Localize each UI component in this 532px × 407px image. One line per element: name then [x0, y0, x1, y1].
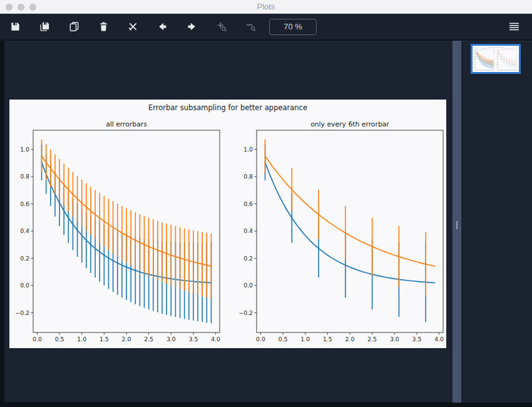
svg-text:2.5: 2.5 [144, 336, 153, 343]
zoom-out-button[interactable] [240, 16, 261, 38]
save-icon [10, 21, 21, 32]
previous-plot-button[interactable] [151, 16, 173, 38]
svg-text:−0.2: −0.2 [238, 309, 253, 316]
svg-text:0.0: 0.0 [243, 282, 253, 289]
arrow-right-icon [187, 21, 197, 32]
traffic-lights [6, 0, 36, 14]
close-button[interactable] [6, 4, 13, 11]
plot-thumbnail-selected[interactable]: Errorbar subsampling for better appearan… [471, 44, 521, 74]
svg-text:3.5: 3.5 [189, 336, 198, 343]
svg-text:1.5: 1.5 [323, 336, 332, 343]
save-all-icon [39, 21, 50, 32]
arrow-left-icon [157, 21, 168, 32]
svg-text:1.0: 1.0 [77, 336, 86, 343]
svg-text:only every 6th errorbar: only every 6th errorbar [310, 120, 389, 128]
save-plot-button[interactable] [4, 16, 26, 38]
svg-text:0.0: 0.0 [33, 336, 42, 343]
remove-all-plots-button[interactable] [122, 16, 143, 38]
thumbnail-panel: Errorbar subsampling for better appearan… [461, 41, 532, 403]
svg-text:3.0: 3.0 [390, 336, 399, 343]
next-plot-button[interactable] [181, 16, 202, 38]
svg-text:4.0: 4.0 [211, 336, 220, 343]
svg-text:0.2: 0.2 [20, 255, 29, 262]
copy-icon [69, 21, 79, 32]
svg-text:3.5: 3.5 [412, 336, 422, 343]
zoom-in-button[interactable] [210, 16, 232, 38]
svg-text:all errorbars: all errorbars [106, 120, 147, 128]
svg-text:0.0: 0.0 [20, 282, 29, 289]
svg-text:1.0: 1.0 [300, 336, 310, 343]
svg-text:3.0: 3.0 [166, 336, 176, 343]
remove-plot-button[interactable] [93, 16, 114, 38]
close-all-icon [128, 21, 138, 32]
minimize-button[interactable] [18, 4, 24, 11]
svg-text:0.8: 0.8 [20, 173, 29, 180]
svg-text:0.4: 0.4 [243, 227, 253, 234]
zoom-out-icon [245, 21, 256, 32]
maximize-button[interactable] [29, 4, 36, 11]
svg-text:0.2: 0.2 [243, 255, 253, 262]
panel-splitter[interactable] [453, 41, 461, 403]
zoom-level-value: 70 % [284, 22, 302, 31]
svg-text:0.6: 0.6 [243, 200, 253, 207]
toolbar: 70 % [0, 14, 532, 41]
svg-text:1.0: 1.0 [243, 146, 253, 153]
svg-text:0.4: 0.4 [20, 227, 29, 234]
svg-text:0.8: 0.8 [243, 173, 253, 180]
zoom-in-icon [216, 21, 227, 32]
window-title: Plots [0, 2, 532, 11]
svg-text:0.6: 0.6 [20, 200, 29, 207]
svg-text:0.5: 0.5 [279, 336, 288, 343]
window-bottom-edge [0, 403, 532, 407]
options-menu-button[interactable] [503, 16, 524, 38]
figure-canvas: Errorbar subsampling for better appearan… [9, 100, 446, 348]
hamburger-icon [509, 21, 519, 32]
svg-text:2.5: 2.5 [367, 336, 377, 343]
copy-plot-button[interactable] [63, 16, 84, 38]
titlebar: Plots [0, 0, 532, 14]
svg-text:4.0: 4.0 [434, 336, 444, 343]
plot-display-area: Errorbar subsampling for better appearan… [4, 41, 453, 402]
svg-text:0.0: 0.0 [256, 336, 265, 343]
svg-text:2.0: 2.0 [345, 336, 355, 343]
svg-text:1.0: 1.0 [20, 146, 29, 153]
svg-text:Errorbar subsampling for bette: Errorbar subsampling for better appearan… [148, 103, 307, 112]
svg-text:0.5: 0.5 [55, 336, 64, 343]
zoom-level-input[interactable]: 70 % [269, 19, 317, 35]
svg-text:2.0: 2.0 [122, 336, 131, 343]
svg-text:1.5: 1.5 [100, 336, 109, 343]
svg-text:−0.2: −0.2 [15, 309, 29, 316]
trash-icon [98, 21, 109, 32]
content-area: Errorbar subsampling for better appearan… [0, 41, 532, 403]
save-all-plots-button[interactable] [34, 16, 55, 38]
